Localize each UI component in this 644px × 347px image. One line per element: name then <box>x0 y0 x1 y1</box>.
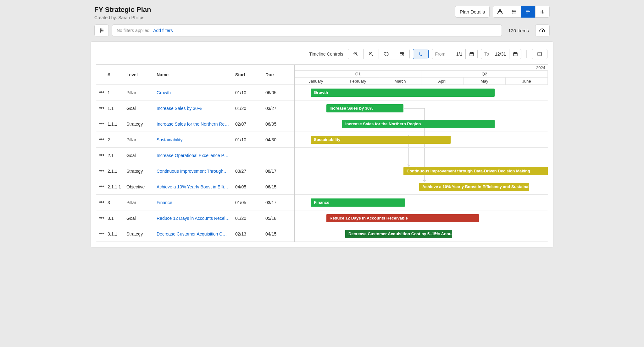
row-start: 02/07 <box>235 122 265 127</box>
no-filters-label: No filters applied. <box>117 28 151 33</box>
gantt-bar[interactable]: Decrease Customer Acquisition Cost by 5–… <box>345 230 452 238</box>
gantt-row: Continuous Improvement through Data-Driv… <box>295 163 548 179</box>
row-num: 3.1.1 <box>107 231 126 236</box>
table-row: •••2PillarSustainability01/1004/30 <box>96 132 294 148</box>
row-menu-button[interactable]: ••• <box>99 136 104 143</box>
row-menu-button[interactable]: ••• <box>99 105 104 111</box>
svg-line-22 <box>356 55 358 56</box>
zoom-in-icon <box>353 52 358 57</box>
add-filters-link[interactable]: Add filters <box>153 28 173 33</box>
row-menu-button[interactable]: ••• <box>99 121 104 127</box>
row-menu-button[interactable]: ••• <box>99 230 104 237</box>
plan-details-button[interactable]: Plan Details <box>455 6 490 18</box>
row-start: 04/05 <box>235 184 265 189</box>
to-calendar-button[interactable] <box>509 49 521 59</box>
zoom-out-button[interactable] <box>363 49 379 59</box>
timeline-quarter: Q1 <box>295 70 421 77</box>
row-level: Strategy <box>126 169 157 174</box>
row-name-link[interactable]: Continuous Improvement Through… <box>157 169 228 174</box>
gantt-bar[interactable]: Increase Sales by 30% <box>326 104 403 112</box>
svg-rect-33 <box>470 52 474 56</box>
row-num: 3 <box>107 200 126 205</box>
table-header: # Level Name Start Due <box>96 65 294 85</box>
row-menu-button[interactable]: ••• <box>99 183 104 190</box>
row-name-link[interactable]: Decrease Customer Acquisition C… <box>157 231 227 236</box>
view-chart-button[interactable] <box>535 6 550 18</box>
filter-bar[interactable]: No filters applied. Add filters <box>112 24 502 36</box>
gantt-bar[interactable]: Reduce 12 Days in Accounts Receivable <box>326 214 479 222</box>
row-due: 04/15 <box>265 231 294 236</box>
row-num: 1.1.1 <box>107 122 126 127</box>
gantt-row: Growth <box>295 85 548 100</box>
table-row: •••3.1GoalReduce 12 Days in Accounts Rec… <box>96 210 294 226</box>
gantt-bar[interactable]: Achieve a 10% Yearly Boost in Efficiency… <box>419 183 529 191</box>
gantt-bar[interactable]: Sustainability <box>311 136 451 144</box>
timeline-year: 2024 <box>536 65 545 70</box>
from-calendar-button[interactable] <box>465 49 477 59</box>
gantt-bar[interactable]: Finance <box>311 198 405 207</box>
gantt-row: Increase Sales for the Northern Region <box>295 116 548 132</box>
timeline-month: April <box>421 77 464 84</box>
row-menu-button[interactable]: ••• <box>99 215 104 221</box>
gantt-row: Reduce 12 Days in Accounts Receivable <box>295 210 548 226</box>
row-menu-button[interactable]: ••• <box>99 168 104 174</box>
view-list-button[interactable] <box>507 6 521 18</box>
gantt-bar[interactable]: Increase Sales for the Northern Region <box>342 120 495 128</box>
row-num: 1 <box>107 90 126 95</box>
row-num: 2.1 <box>107 153 126 158</box>
row-level: Objective <box>126 184 157 189</box>
svg-rect-41 <box>538 52 541 56</box>
calendar-icon <box>513 52 518 57</box>
cloud-download-button[interactable] <box>535 24 550 36</box>
row-due: 04/30 <box>265 137 294 142</box>
gantt-row: Decrease Customer Acquisition Cost by 5–… <box>295 226 548 242</box>
col-level: Level <box>126 72 157 77</box>
timeline-month: June <box>506 77 548 84</box>
row-due: 06/05 <box>265 122 294 127</box>
row-level: Goal <box>126 153 157 158</box>
today-button[interactable] <box>394 49 410 59</box>
row-name-link[interactable]: Increase Operational Excellence P… <box>157 153 229 158</box>
undo-button[interactable] <box>379 49 394 59</box>
row-due: 03/27 <box>265 106 294 111</box>
table-row: •••1.1.1StrategyIncrease Sales for the N… <box>96 116 294 132</box>
date-to-field[interactable]: To 12/31 <box>481 49 521 59</box>
gantt-bar[interactable]: Growth <box>311 89 495 97</box>
created-by: Created by: Sarah Philips <box>94 15 151 20</box>
row-num: 2 <box>107 137 126 142</box>
view-gantt-button[interactable] <box>521 6 536 18</box>
row-name-link[interactable]: Finance <box>157 200 172 205</box>
row-name-link[interactable]: Growth <box>157 90 171 95</box>
page-title: FY Strategic Plan <box>94 6 151 14</box>
row-name-link[interactable]: Increase Sales by 30% <box>157 106 202 111</box>
zoom-in-button[interactable] <box>348 49 364 59</box>
panel-layout-button[interactable] <box>532 49 547 59</box>
row-name-link[interactable]: Reduce 12 Days in Accounts Recei… <box>157 216 230 221</box>
table-row: •••2.1.1.1ObjectiveAchieve a 10% Yearly … <box>96 179 294 195</box>
row-level: Goal <box>126 106 157 111</box>
dependency-toggle-button[interactable] <box>413 49 429 59</box>
zoom-out-icon <box>369 52 374 57</box>
timeline-controls-label: Timeline Controls <box>309 52 343 57</box>
from-value: 1/1 <box>448 52 465 57</box>
row-menu-button[interactable]: ••• <box>99 89 104 96</box>
date-from-field[interactable]: From 1/1 <box>432 49 478 59</box>
gantt-bar[interactable]: Continuous Improvement through Data-Driv… <box>403 167 548 175</box>
row-level: Pillar <box>126 200 157 205</box>
gantt-icon <box>525 9 531 14</box>
svg-point-6 <box>512 10 513 11</box>
filter-settings-button[interactable] <box>94 24 109 36</box>
bar-chart-icon <box>540 9 545 14</box>
timeline-month: February <box>337 77 379 84</box>
row-menu-button[interactable]: ••• <box>99 199 104 206</box>
row-menu-button[interactable]: ••• <box>99 152 104 159</box>
timeline-month: January <box>295 77 337 84</box>
row-level: Pillar <box>126 90 157 95</box>
view-org-chart-button[interactable] <box>493 6 507 18</box>
row-level: Pillar <box>126 137 157 142</box>
to-value: 12/31 <box>492 52 509 57</box>
svg-point-20 <box>100 31 101 32</box>
row-name-link[interactable]: Achieve a 10% Yearly Boost in Effi… <box>157 184 228 189</box>
row-name-link[interactable]: Sustainability <box>157 137 183 142</box>
row-name-link[interactable]: Increase Sales for the Northern Re… <box>157 122 229 127</box>
